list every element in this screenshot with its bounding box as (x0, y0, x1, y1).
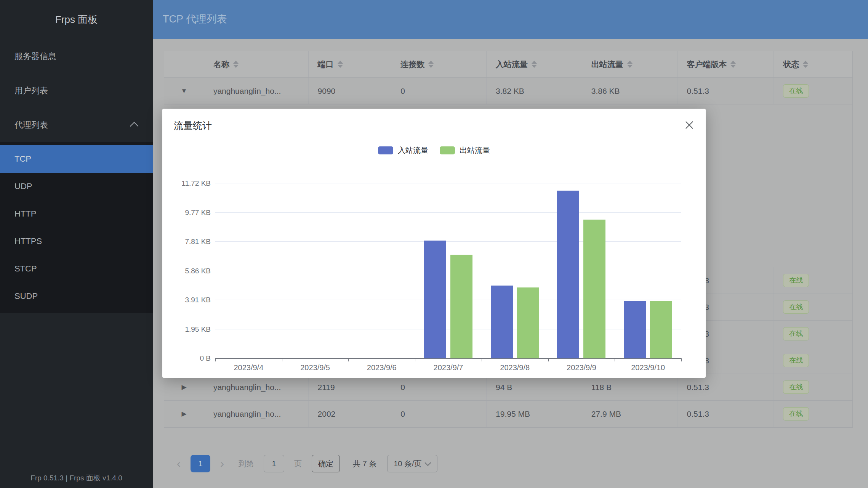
y-tick-label: 9.77 KB (185, 209, 211, 217)
sort-desc-icon[interactable] (428, 65, 434, 68)
sidebar: Frps 面板 服务器信息用户列表代理列表 TCPUDPHTTPHTTPSSTC… (0, 0, 153, 488)
sort-icons (428, 61, 434, 68)
column-label: 状态 (783, 59, 799, 70)
cell-expand: ▶ (164, 401, 204, 427)
column-header-status[interactable]: 状态 (774, 51, 852, 77)
sort-icons (233, 61, 239, 68)
column-header-client_version[interactable]: 客户端版本 (677, 51, 774, 77)
sort-asc-icon[interactable] (338, 61, 343, 64)
y-tick-label: 0 B (200, 354, 211, 363)
cell-text: 118 B (591, 383, 612, 392)
page-size-label: 10 条/页 (394, 459, 421, 469)
cell-status: 在线 (774, 347, 852, 374)
table-row[interactable]: ▶yanghuanglin_ho...2119094 B118 B0.51.3在… (164, 374, 852, 401)
bar-出站流量 (650, 301, 672, 358)
x-tick-label: 2023/9/10 (615, 363, 681, 372)
expand-row-icon[interactable]: ▶ (181, 383, 186, 391)
page-1-button[interactable]: 1 (191, 455, 210, 472)
page-title: TCP 代理列表 (163, 0, 227, 38)
sort-asc-icon[interactable] (803, 61, 808, 64)
cell-traffic_in: 94 B (487, 374, 582, 400)
close-icon[interactable] (684, 119, 695, 131)
column-header-traffic_in[interactable]: 入站流量 (487, 51, 582, 77)
sidebar-subitem-stcp[interactable]: STCP (0, 255, 153, 283)
sort-asc-icon[interactable] (627, 61, 633, 64)
cell-traffic_in: 19.95 MB (487, 401, 582, 427)
cell-name: yanghuanglin_ho... (204, 401, 309, 427)
page-header: TCP 代理列表 (153, 0, 868, 39)
sort-icons (532, 61, 537, 68)
cell-text: 0.51.3 (687, 87, 709, 96)
sort-asc-icon[interactable] (428, 61, 434, 64)
sidebar-subitem-sudp[interactable]: SUDP (0, 283, 153, 310)
bar-出站流量 (450, 255, 472, 358)
x-axis-tick (482, 358, 482, 361)
expand-column-header (164, 51, 204, 77)
cell-traffic_out: 27.9 MB (582, 401, 678, 427)
chart-legend: 入站流量出站流量 (162, 145, 706, 156)
confirm-button[interactable]: 确定 (312, 455, 340, 472)
cell-text: 3.86 KB (591, 87, 620, 96)
proxy-submenu: TCPUDPHTTPHTTPSSTCPSUDP (0, 142, 153, 313)
collapse-row-icon[interactable]: ▼ (181, 87, 187, 95)
legend-item[interactable]: 出站流量 (440, 145, 490, 156)
sidebar-subitem-https[interactable]: HTTPS (0, 228, 153, 255)
cell-text: 0 (400, 383, 405, 392)
category-slot (282, 183, 349, 358)
y-tick-label: 7.81 KB (185, 238, 211, 246)
sidebar-subitem-http[interactable]: HTTP (0, 200, 153, 228)
sidebar-subitem-label: HTTPS (14, 236, 42, 246)
cell-text: yanghuanglin_ho... (213, 87, 281, 96)
x-axis-tick (415, 358, 415, 361)
cell-connections: 0 (391, 374, 487, 400)
page-size-select[interactable]: 10 条/页 (387, 455, 437, 472)
cell-text: 0 (400, 87, 405, 96)
sort-asc-icon[interactable] (233, 61, 239, 64)
cell-status: 在线 (774, 294, 852, 320)
sort-icons (338, 61, 343, 68)
chevron-down-icon (424, 459, 431, 466)
sidebar-subitem-tcp[interactable]: TCP (0, 145, 153, 173)
cell-status: 在线 (774, 401, 852, 427)
column-label: 名称 (213, 59, 229, 70)
next-page-icon[interactable]: › (220, 455, 224, 472)
total-count-label: 共 7 条 (353, 459, 376, 469)
legend-item[interactable]: 入站流量 (378, 145, 428, 156)
expand-row-icon[interactable]: ▶ (181, 410, 186, 418)
sidebar-item-proxy-list[interactable]: 代理列表 (0, 108, 153, 142)
column-label: 连接数 (400, 59, 424, 70)
column-header-port[interactable]: 端口 (309, 51, 392, 77)
category-slot (348, 183, 415, 358)
column-header-name[interactable]: 名称 (204, 51, 309, 77)
category-slot (548, 183, 615, 358)
table-row[interactable]: ▶yanghuanglin_ho...2002019.95 MB27.9 MB0… (164, 401, 852, 427)
sidebar-item-label: 代理列表 (14, 119, 48, 131)
cell-text: 2002 (318, 409, 336, 419)
x-tick-label: 2023/9/8 (482, 363, 548, 372)
table-row[interactable]: ▼yanghuanglin_ho...909003.82 KB3.86 KB0.… (164, 78, 852, 104)
cell-status: 在线 (774, 321, 852, 347)
sort-asc-icon[interactable] (730, 61, 736, 64)
sort-desc-icon[interactable] (730, 65, 736, 68)
status-badge: 在线 (783, 354, 809, 367)
sort-desc-icon[interactable] (338, 65, 343, 68)
cell-traffic_in: 3.82 KB (487, 78, 582, 104)
sort-desc-icon[interactable] (532, 65, 537, 68)
jump-page-input[interactable] (264, 455, 284, 472)
column-header-connections[interactable]: 连接数 (391, 51, 487, 77)
bar-出站流量 (583, 220, 605, 358)
x-tick-label: 2023/9/4 (215, 363, 282, 372)
sort-desc-icon[interactable] (233, 65, 239, 68)
status-badge: 在线 (783, 407, 809, 421)
sort-desc-icon[interactable] (627, 65, 633, 68)
sort-asc-icon[interactable] (532, 61, 537, 64)
sidebar-subitem-udp[interactable]: UDP (0, 173, 153, 200)
sort-desc-icon[interactable] (803, 65, 808, 68)
prev-page-icon[interactable]: ‹ (177, 455, 181, 472)
jump-prefix-label: 到第 (239, 459, 254, 469)
cell-text: yanghuanglin_ho... (213, 409, 281, 419)
cell-port: 9090 (309, 78, 392, 104)
sidebar-item-user-list[interactable]: 用户列表 (0, 74, 153, 108)
column-header-traffic_out[interactable]: 出站流量 (582, 51, 678, 77)
sidebar-item-server-info[interactable]: 服务器信息 (0, 39, 153, 74)
